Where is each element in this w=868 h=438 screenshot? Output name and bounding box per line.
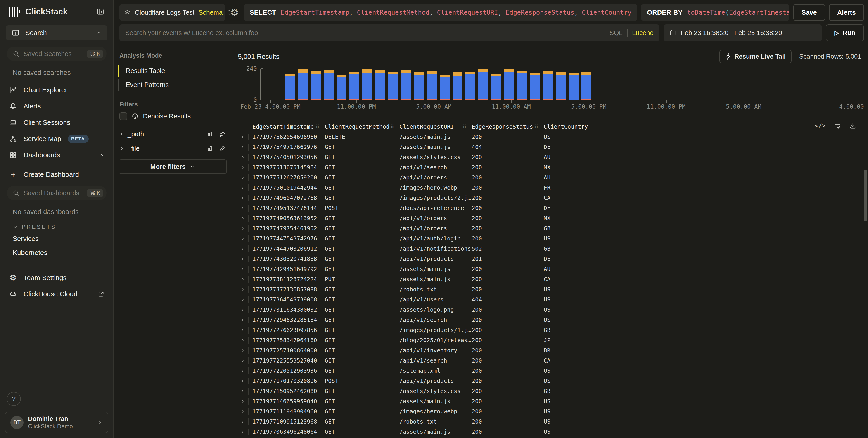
expand-row-button[interactable] (238, 203, 252, 213)
table-row[interactable]: 1771977170170320896 POST /api/v1/product… (238, 376, 858, 386)
expand-row-button[interactable] (238, 182, 252, 193)
chart-bar[interactable] (298, 69, 308, 100)
expand-row-button[interactable] (238, 396, 252, 406)
gear-icon[interactable]: ⚙ (229, 4, 240, 21)
expand-row-button[interactable] (238, 193, 252, 203)
more-filters-button[interactable]: More filters (119, 159, 227, 174)
chart-bar[interactable] (504, 69, 514, 100)
event-search-box[interactable]: SQL Lucene (119, 25, 659, 41)
saved-searches-input[interactable] (24, 50, 83, 58)
sidebar-item-team-settings[interactable]: ⚙ Team Settings (0, 270, 113, 286)
expand-row-button[interactable] (238, 213, 252, 223)
denoise-toggle[interactable]: Denoise Results (119, 112, 229, 120)
vertical-scrollbar[interactable] (864, 170, 867, 221)
table-row[interactable]: 1771977294632285184 GET /api/v1/search 2… (238, 315, 858, 325)
expand-row-button[interactable] (238, 345, 252, 356)
expand-row-button[interactable] (238, 254, 252, 264)
column-header[interactable]: ⠿ClientRequestURI (399, 124, 472, 130)
table-row[interactable]: 1771977220512903936 GET /sitemap.xml 200… (238, 366, 858, 376)
table-row[interactable]: 1771977490563613952 GET /api/v1/orders 2… (238, 213, 858, 223)
expand-row-button[interactable] (238, 356, 252, 366)
table-row[interactable]: 1771977276623097856 GET /images/products… (238, 325, 858, 335)
event-search-input[interactable] (125, 29, 604, 37)
chart-bar[interactable] (285, 74, 295, 100)
chevron-up-icon[interactable] (98, 152, 104, 158)
table-row[interactable]: 1771977150952462080 GET /assets/styles.c… (238, 386, 858, 396)
column-header[interactable]: ⠿ClientCountry (544, 124, 858, 130)
table-row[interactable]: 1771977501019442944 GET /images/hero.web… (238, 182, 858, 193)
filter-field-path[interactable]: _path (117, 127, 229, 141)
chart-bar[interactable] (349, 72, 360, 100)
expand-row-button[interactable] (238, 325, 252, 335)
schema-label[interactable]: Schema (198, 9, 222, 16)
save-button[interactable]: Save (794, 4, 825, 21)
select-clause-editor[interactable]: SELECT EdgeStartTimestampClientRequestMe… (244, 4, 637, 21)
collapse-sidebar-icon[interactable] (97, 8, 104, 15)
chart-bar[interactable] (556, 72, 566, 100)
table-row[interactable]: 1771977512627859200 GET /api/v1/orders 2… (238, 172, 858, 182)
table-row[interactable]: 1771977372136857088 GET /robots.txt 200 … (238, 284, 858, 295)
expand-row-button[interactable] (238, 305, 252, 315)
expand-row-button[interactable] (238, 223, 252, 233)
chart-bar[interactable] (517, 70, 527, 100)
chart-bar[interactable] (414, 72, 424, 100)
table-row[interactable]: 1771977562054696960 DELETE /assets/main.… (238, 132, 858, 142)
sidebar-item-chart-explorer[interactable]: Chart Explorer (0, 82, 113, 98)
chart-bar[interactable] (337, 75, 346, 100)
chart-bar[interactable] (401, 70, 411, 100)
table-row[interactable]: 1771977258347964160 GET /blog/2025/01/re… (238, 335, 858, 345)
pin-icon[interactable] (219, 145, 225, 151)
presets-toggle[interactable]: PRESETS (13, 224, 113, 230)
chart-bar[interactable] (491, 74, 501, 100)
chart-bar[interactable] (388, 72, 398, 100)
table-row[interactable]: 1771977111948904960 GET /images/hero.web… (238, 406, 858, 416)
table-row[interactable]: 1771977364549739008 GET /api/v1/users 40… (238, 295, 858, 305)
expand-row-button[interactable] (238, 416, 252, 427)
table-row[interactable]: 1771977540501293056 GET /assets/styles.c… (238, 152, 858, 162)
filter-field-file[interactable]: _file (117, 141, 229, 156)
expand-row-button[interactable] (238, 335, 252, 345)
expand-row-button[interactable] (238, 386, 252, 396)
expand-row-button[interactable] (238, 233, 252, 244)
resume-live-tail-button[interactable]: Resume Live Tail (719, 50, 792, 63)
help-button[interactable]: ? (7, 392, 21, 406)
alerts-button[interactable]: Alerts (829, 4, 864, 21)
lucene-toggle[interactable]: Lucene (632, 29, 654, 37)
mode-event-patterns[interactable]: Event Patterns (117, 78, 229, 92)
sidebar-item-dashboards[interactable]: Dashboards (0, 147, 113, 163)
user-card[interactable]: DT Dominic Tran ClickStack Demo (5, 412, 108, 433)
chart-bar[interactable] (582, 72, 591, 100)
column-chart-icon[interactable] (207, 131, 213, 137)
saved-dashboards-search[interactable]: ⌘ K (7, 186, 106, 200)
saved-searches-search[interactable]: ⌘ K (7, 46, 106, 61)
expand-row-button[interactable] (238, 142, 252, 152)
expand-row-button[interactable] (238, 406, 252, 416)
chart-bar[interactable] (323, 70, 334, 100)
wrap-lines-icon[interactable] (834, 122, 841, 129)
sidebar-item-alerts[interactable]: Alerts (0, 98, 113, 114)
table-row[interactable]: 1771977495137478144 POST /docs/api-refer… (238, 203, 858, 213)
download-icon[interactable] (849, 122, 856, 129)
table-row[interactable]: 1771977257100864000 GET /api/v1/inventor… (238, 345, 858, 356)
chart-bar[interactable] (453, 72, 463, 100)
saved-dashboards-input[interactable] (24, 190, 83, 197)
table-row[interactable]: 1771977109915123968 GET /robots.txt 200 … (238, 416, 858, 427)
table-row[interactable]: 1771977496047072768 GET /images/products… (238, 193, 858, 203)
table-row[interactable]: 1771977063496248064 GET /assets/main.js … (238, 427, 858, 437)
table-row[interactable]: 1771977311634380032 GET /assets/logo.png… (238, 305, 858, 315)
expand-row-button[interactable] (238, 295, 252, 305)
table-row[interactable]: 1771977430320741888 GET /api/v1/products… (238, 254, 858, 264)
order-by-editor[interactable]: ORDER BY toDateTime(EdgeStartTimestamp / (641, 4, 789, 21)
sidebar-item-search[interactable]: Search (6, 25, 107, 40)
chart-bar[interactable] (543, 71, 553, 100)
sidebar-item-client-sessions[interactable]: Client Sessions (0, 114, 113, 131)
chevron-up-icon[interactable] (96, 30, 101, 36)
table-row[interactable]: 1771977479754461952 GET /api/v1/orders 2… (238, 223, 858, 233)
preset-item[interactable]: Kubernetes (0, 246, 113, 260)
pin-icon[interactable] (219, 131, 225, 137)
preset-item[interactable]: Services (0, 232, 113, 246)
expand-row-button[interactable] (238, 427, 252, 437)
column-chart-icon[interactable] (207, 145, 213, 151)
sidebar-item-service-map[interactable]: Service Map BETA (0, 131, 113, 147)
chart-bar[interactable] (311, 71, 321, 100)
